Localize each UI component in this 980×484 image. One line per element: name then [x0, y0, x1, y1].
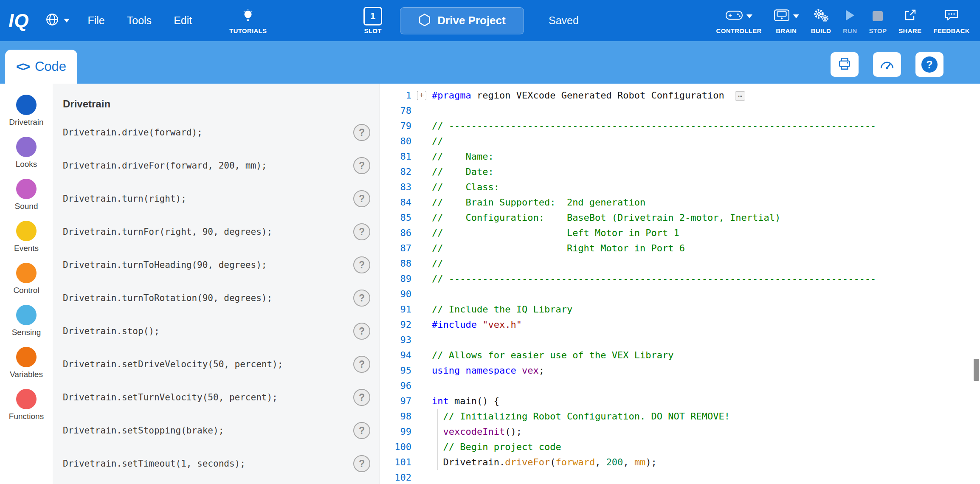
- command-help-button[interactable]: ?: [353, 157, 370, 174]
- sidebar-item-events[interactable]: Events: [0, 221, 53, 253]
- command-item[interactable]: Drivetrain.setDriveVelocity(50, percent)…: [53, 348, 380, 381]
- code-line[interactable]: 81// Name:: [380, 149, 980, 164]
- command-text[interactable]: Drivetrain.turnFor(right, 90, degrees);: [63, 227, 272, 237]
- command-item[interactable]: Drivetrain.turnFor(right, 90, degrees);?: [53, 215, 380, 248]
- code-line[interactable]: 101 Drivetrain.driveFor(forward, 200, mm…: [380, 455, 980, 470]
- command-text[interactable]: Drivetrain.setStopping(brake);: [63, 425, 224, 436]
- command-item[interactable]: Drivetrain.stop();?: [53, 315, 380, 348]
- fold-toggle-icon[interactable]: +: [417, 91, 426, 100]
- command-text[interactable]: Drivetrain.turn(right);: [63, 194, 186, 204]
- save-status: Saved: [549, 14, 579, 27]
- run-button[interactable]: RUN: [837, 0, 863, 41]
- command-text[interactable]: Drivetrain.setTurnVelocity(50, percent);: [63, 392, 278, 402]
- code-line[interactable]: 86// Left Motor in Port 1: [380, 225, 980, 241]
- sidebar-item-functions[interactable]: Functions: [0, 389, 53, 421]
- command-text[interactable]: Drivetrain.turnToRotation(90, degrees);: [63, 293, 272, 303]
- command-text[interactable]: Drivetrain.turnToHeading(90, degrees);: [63, 260, 267, 270]
- command-help-button[interactable]: ?: [353, 422, 370, 439]
- help-button[interactable]: ?: [915, 52, 943, 77]
- command-item[interactable]: Drivetrain.driveFor(forward, 200, mm);?: [53, 149, 380, 182]
- code-line[interactable]: 99 vexcodeInit();: [380, 424, 980, 439]
- sidebar-item-looks[interactable]: Looks: [0, 137, 53, 169]
- code-line[interactable]: 90: [380, 287, 980, 302]
- command-help-button[interactable]: ?: [353, 389, 370, 406]
- command-text[interactable]: Drivetrain.stop();: [63, 326, 160, 336]
- stop-button[interactable]: STOP: [863, 0, 893, 41]
- sidebar-item-variables[interactable]: Variables: [0, 347, 53, 379]
- command-item[interactable]: Drivetrain.setStopping(brake);?: [53, 414, 380, 447]
- category-circle-icon[interactable]: [16, 179, 37, 199]
- command-help-button[interactable]: ?: [353, 356, 370, 373]
- code-line[interactable]: 93: [380, 332, 980, 348]
- printer-icon: [837, 56, 852, 73]
- code-line[interactable]: 82// Date:: [380, 164, 980, 180]
- command-text[interactable]: Drivetrain.setTimeout(1, seconds);: [63, 459, 245, 469]
- code-line[interactable]: 80//: [380, 134, 980, 149]
- code-line[interactable]: 1+#pragma region VEXcode Generated Robot…: [380, 88, 980, 103]
- tutorials-button[interactable]: TUTORIALS: [222, 0, 273, 41]
- code-line[interactable]: 78: [380, 103, 980, 118]
- print-button[interactable]: [831, 52, 859, 77]
- sidebar-item-sound[interactable]: Sound: [0, 179, 53, 211]
- command-help-button[interactable]: ?: [353, 290, 370, 307]
- command-help-button[interactable]: ?: [353, 455, 370, 472]
- dashboard-button[interactable]: [873, 52, 901, 77]
- command-text[interactable]: Drivetrain.setDriveVelocity(50, percent)…: [63, 359, 283, 369]
- code-line[interactable]: 89// -----------------------------------…: [380, 271, 980, 287]
- line-number: 98: [380, 409, 411, 424]
- category-circle-icon[interactable]: [16, 389, 37, 409]
- brain-button[interactable]: BRAIN: [768, 0, 805, 41]
- menu-tools[interactable]: Tools: [127, 14, 152, 27]
- code-line[interactable]: 98 // Initializing Robot Configuration. …: [380, 409, 980, 424]
- command-item[interactable]: Drivetrain.turnToRotation(90, degrees);?: [53, 281, 380, 315]
- code-line[interactable]: 91// Include the IQ Library: [380, 302, 980, 317]
- code-line[interactable]: 97int main() {: [380, 394, 980, 409]
- tab-code[interactable]: <> Code: [5, 50, 77, 84]
- command-item[interactable]: Drivetrain.setTimeout(1, seconds);?: [53, 447, 380, 480]
- run-label: RUN: [843, 27, 857, 34]
- command-help-button[interactable]: ?: [353, 190, 370, 207]
- command-text[interactable]: Drivetrain.driveFor(forward, 200, mm);: [63, 160, 267, 171]
- sidebar-item-sensing[interactable]: Sensing: [0, 305, 53, 337]
- sidebar-item-control[interactable]: Control: [0, 263, 53, 295]
- command-help-button[interactable]: ?: [353, 124, 370, 141]
- category-circle-icon[interactable]: [16, 305, 37, 325]
- menu-edit[interactable]: Edit: [174, 14, 192, 27]
- project-name-button[interactable]: Drive Project: [400, 7, 524, 34]
- code-line[interactable]: 92#include "vex.h": [380, 317, 980, 332]
- controller-button[interactable]: CONTROLLER: [710, 0, 768, 41]
- sidebar-item-drivetrain[interactable]: Drivetrain: [0, 95, 53, 127]
- editor-scrollbar-thumb[interactable]: [974, 359, 979, 381]
- code-line[interactable]: 83// Class:: [380, 180, 980, 195]
- code-line[interactable]: 87// Right Motor in Port 6: [380, 241, 980, 256]
- build-button[interactable]: BUILD: [805, 0, 837, 41]
- command-item[interactable]: Drivetrain.turnToHeading(90, degrees);?: [53, 248, 380, 281]
- command-item[interactable]: Drivetrain.turn(right);?: [53, 182, 380, 215]
- command-text[interactable]: Drivetrain.drive(forward);: [63, 127, 203, 138]
- menu-file[interactable]: File: [87, 14, 104, 27]
- command-item[interactable]: Drivetrain.setTurnVelocity(50, percent);…: [53, 381, 380, 414]
- category-circle-icon[interactable]: [16, 95, 37, 115]
- feedback-button[interactable]: FEEDBACK: [927, 0, 976, 41]
- code-editor[interactable]: 1+#pragma region VEXcode Generated Robot…: [380, 84, 980, 484]
- code-line[interactable]: 84// Brain Supported: 2nd generation: [380, 195, 980, 210]
- category-circle-icon[interactable]: [16, 221, 37, 241]
- slot-button[interactable]: 1 SLOT: [363, 0, 382, 41]
- category-circle-icon[interactable]: [16, 137, 37, 157]
- command-item[interactable]: Drivetrain.drive(forward);?: [53, 116, 380, 149]
- command-help-button[interactable]: ?: [353, 323, 370, 340]
- code-line[interactable]: 79// -----------------------------------…: [380, 118, 980, 134]
- category-circle-icon[interactable]: [16, 347, 37, 367]
- command-help-button[interactable]: ?: [353, 256, 370, 273]
- language-menu-button[interactable]: [45, 12, 70, 29]
- command-help-button[interactable]: ?: [353, 223, 370, 240]
- code-line[interactable]: 96: [380, 378, 980, 394]
- code-line[interactable]: 102: [380, 470, 980, 484]
- code-line[interactable]: 88//: [380, 256, 980, 271]
- code-line[interactable]: 100 // Begin project code: [380, 439, 980, 455]
- code-line[interactable]: 94// Allows for easier use of the VEX Li…: [380, 348, 980, 363]
- code-line[interactable]: 85// Configuration: BaseBot (Drivetrain …: [380, 210, 980, 225]
- code-line[interactable]: 95using namespace vex;: [380, 363, 980, 378]
- share-button[interactable]: SHARE: [893, 0, 927, 41]
- category-circle-icon[interactable]: [16, 263, 37, 283]
